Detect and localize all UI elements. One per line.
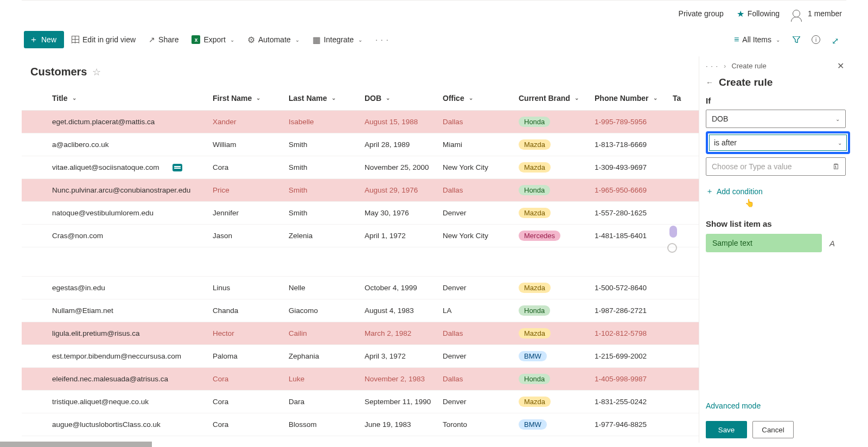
cell-first: William — [213, 141, 289, 149]
cell-first: Xander — [213, 118, 289, 126]
following-indicator[interactable]: ★ Following — [737, 9, 780, 19]
cell-office: Denver — [443, 284, 519, 292]
automate-button[interactable]: ⚙ Automate ⌄ — [242, 31, 305, 48]
integrate-button[interactable]: ▦ Integrate ⌄ — [307, 31, 368, 48]
col-dob[interactable]: DOB⌄ — [365, 94, 443, 103]
if-label: If — [706, 96, 844, 105]
cell-last: Cailin — [289, 329, 365, 337]
close-panel-button[interactable]: ✕ — [837, 61, 844, 71]
condition-operator-value: is after — [714, 138, 737, 147]
cell-dob: September 11, 1990 — [365, 398, 443, 406]
cell-brand: Mazda — [519, 328, 595, 339]
cell-last: Zelenia — [289, 232, 365, 240]
expand-button[interactable]: ⤢ — [827, 31, 844, 48]
following-label: Following — [748, 9, 780, 18]
chevron-down-icon: ⌄ — [776, 37, 780, 43]
edit-grid-button[interactable]: Edit in grid view — [66, 31, 141, 48]
cell-last: Luke — [289, 375, 365, 383]
cancel-button[interactable]: Cancel — [752, 421, 794, 436]
advanced-mode-link[interactable]: Advanced mode — [706, 401, 844, 410]
favorite-toggle[interactable]: ☆ — [92, 66, 101, 78]
condition-field-value: DOB — [712, 114, 728, 123]
col-office[interactable]: Office⌄ — [443, 94, 519, 103]
cell-office: Dallas — [443, 329, 519, 337]
cell-first: Linus — [213, 284, 289, 292]
sample-preview: Sample text — [706, 234, 822, 252]
view-selector[interactable]: ≡ All Items ⌄ — [729, 35, 786, 44]
cell-first: Paloma — [213, 352, 289, 360]
cell-first: Cora — [213, 163, 289, 171]
cell-dob: April 28, 1989 — [365, 141, 443, 149]
col-last[interactable]: Last Name⌄ — [289, 94, 365, 103]
cell-title: egestas@in.edu — [52, 284, 213, 292]
cell-office: Denver — [443, 209, 519, 217]
command-bar: ＋ New Edit in grid view ↗ Share x Export… — [22, 27, 846, 53]
more-actions-button[interactable]: · · · — [370, 31, 394, 48]
cell-brand: Mazda — [519, 139, 595, 150]
cell-last: Smith — [289, 141, 365, 149]
grid-icon — [72, 36, 79, 43]
share-button[interactable]: ↗ Share — [143, 31, 184, 48]
cell-office: Toronto — [443, 420, 519, 429]
calendar-icon[interactable]: 🗓 — [832, 162, 840, 171]
excel-icon: x — [192, 35, 200, 44]
cell-dob: April 3, 1972 — [365, 352, 443, 360]
cell-first: Cora — [213, 375, 289, 383]
add-condition-button[interactable]: ＋ Add condition — [706, 187, 844, 196]
condition-operator-select[interactable]: is after ⌄ — [706, 131, 850, 154]
cell-brand: Mercedes — [519, 231, 595, 241]
cell-first: Jason — [213, 232, 289, 240]
cell-title: eleifend.nec.malesuada@atrisus.ca — [52, 375, 213, 383]
cell-dob: June 19, 1983 — [365, 420, 443, 429]
cell-brand: BMW — [519, 351, 595, 361]
cell-first: Hector — [213, 329, 289, 337]
col-title[interactable]: Title⌄ — [52, 94, 213, 103]
cell-last: Smith — [289, 209, 365, 217]
cell-dob: October 4, 1999 — [365, 284, 443, 292]
back-button[interactable]: ← — [706, 78, 713, 87]
cell-office: New York City — [443, 163, 519, 171]
condition-value-input[interactable]: Choose or Type a value 🗓 — [706, 157, 846, 176]
cell-phone: 1-500-572-8640 — [595, 284, 673, 292]
cell-brand: Mazda — [519, 208, 595, 218]
chevron-down-icon: ⌄ — [358, 37, 362, 43]
cell-dob: November 2, 1983 — [365, 375, 443, 383]
cell-office: Dallas — [443, 186, 519, 194]
cell-phone: 1-977-946-8825 — [595, 420, 673, 429]
members-link[interactable]: 1 member — [793, 9, 842, 18]
cell-brand: Mazda — [519, 397, 595, 407]
person-icon — [793, 10, 800, 17]
export-button[interactable]: x Export ⌄ — [186, 31, 239, 48]
condition-field-select[interactable]: DOB ⌄ — [706, 110, 846, 128]
cell-phone: 1-102-812-5798 — [595, 329, 673, 337]
members-label: 1 member — [808, 9, 842, 18]
cell-brand: Mazda — [519, 283, 595, 293]
cell-phone: 1-309-493-9697 — [595, 163, 673, 171]
cell-phone: 1-813-718-6669 — [595, 141, 673, 149]
cell-phone: 1-405-998-9987 — [595, 375, 673, 383]
col-first[interactable]: First Name⌄ — [213, 94, 289, 103]
cell-title: augue@luctuslobortisClass.co.uk — [52, 420, 213, 429]
cell-office: Dallas — [443, 375, 519, 383]
cell-first: Price — [213, 186, 289, 194]
cell-brand: Honda — [519, 374, 595, 384]
cell-last: Dara — [289, 398, 365, 406]
save-button[interactable]: Save — [706, 421, 747, 436]
info-button[interactable]: i — [807, 31, 825, 48]
cell-first: Cora — [213, 420, 289, 429]
cell-last: Giacomo — [289, 306, 365, 315]
new-button[interactable]: ＋ New — [24, 31, 64, 48]
comment-icon[interactable] — [173, 164, 182, 171]
breadcrumb-more[interactable]: · · · — [706, 62, 718, 70]
private-group-label: Private group — [679, 9, 724, 18]
cell-dob: November 25, 2000 — [365, 163, 443, 171]
filter-button[interactable] — [788, 31, 805, 48]
col-phone[interactable]: Phone Number⌄ — [595, 94, 673, 103]
cell-brand: Honda — [519, 305, 595, 316]
chevron-down-icon: ⌄ — [835, 116, 840, 122]
cell-phone: 1-215-699-2002 — [595, 352, 673, 360]
format-font-button[interactable]: A — [829, 239, 835, 248]
cell-title: vitae.aliquet@sociisnatoque.com — [52, 163, 213, 171]
value-placeholder: Choose or Type a value — [712, 162, 792, 171]
col-brand[interactable]: Current Brand⌄ — [519, 94, 595, 103]
